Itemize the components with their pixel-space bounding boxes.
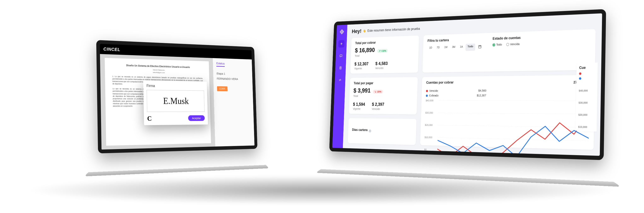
estado-title: Estado de cuentas bbox=[493, 36, 521, 41]
delta-badge: ↘ -20% bbox=[373, 90, 383, 94]
cue-ytick: $40,000 bbox=[579, 89, 595, 92]
ytick: $30,000 bbox=[425, 111, 433, 114]
screen-cincel: CINCEL Diseño Un Sistema de Efectivo Ele… bbox=[96, 40, 258, 153]
greeting: Hey! bbox=[352, 28, 362, 35]
document-icon[interactable] bbox=[337, 64, 344, 72]
accept-button[interactable]: Aceptar bbox=[188, 115, 204, 121]
card-dias-cartera: Días cartera i bbox=[348, 118, 416, 145]
total-pagar-value: $ 3,991 bbox=[354, 87, 371, 94]
dot-vencido-icon bbox=[426, 90, 428, 92]
info-icon[interactable]: i bbox=[369, 130, 371, 132]
chip-7d[interactable]: 7D bbox=[435, 45, 442, 52]
chip-1d[interactable]: 1D bbox=[427, 45, 434, 52]
ytick: $10,000 bbox=[424, 136, 432, 139]
chart-canvas bbox=[437, 100, 589, 156]
legend-cobrado-value: $12,307 bbox=[477, 94, 486, 97]
delta-badge: ↗ +10% bbox=[377, 49, 388, 53]
chip-1m[interactable]: 1M bbox=[442, 44, 450, 52]
cue-ytick: $30,000 bbox=[578, 101, 594, 104]
dot-icon bbox=[579, 77, 581, 80]
card-cuentas-cobrar: Cuentas por cobrar 27 facturas Vencido $… bbox=[420, 75, 595, 150]
vigente-label: Vigente bbox=[354, 67, 368, 70]
radio-todo[interactable]: Todo bbox=[492, 43, 502, 47]
legend-vencido-value: $4,583 bbox=[478, 89, 486, 92]
stage-label: Etapa 1 bbox=[216, 72, 249, 76]
laptop-cincel: CINCEL Diseño Un Sistema de Efectivo Ele… bbox=[96, 40, 258, 179]
cue-title: Cue bbox=[579, 66, 586, 70]
calendar-icon[interactable] bbox=[476, 43, 484, 51]
vigente-value: $ 1,594 bbox=[353, 102, 365, 107]
svg-rect-2 bbox=[478, 45, 481, 48]
message-icon[interactable] bbox=[338, 52, 344, 60]
dias-title: Días cartera bbox=[352, 128, 368, 132]
greeting-note: Este resumen tiene información de prueba bbox=[367, 27, 420, 33]
screen-dashboard: Hey! 👋 Este resumen tiene información de… bbox=[329, 9, 606, 160]
chip-1a[interactable]: 1A bbox=[458, 44, 465, 51]
card-total-cobrar: Total por cobrar $ 16,890 ↗ +10% Total $… bbox=[350, 36, 419, 74]
svg-rect-0 bbox=[340, 55, 342, 57]
cxc-title: Cuentas por cobrar bbox=[426, 81, 454, 85]
total-cobrar-value: $ 16,890 bbox=[355, 46, 375, 54]
cincel-c-logo: C bbox=[147, 115, 152, 122]
filter-title: Filtra tu cartera bbox=[428, 37, 484, 43]
transfer-icon[interactable] bbox=[337, 76, 343, 84]
cobrar-button[interactable]: COBR bbox=[217, 86, 228, 91]
card-total-pagar: Total por pagar $ 3,991 ↘ -20% Total $ 1… bbox=[349, 77, 418, 114]
chip-todo[interactable]: Todo bbox=[466, 44, 476, 51]
signature-modal-title: Firma bbox=[146, 84, 204, 89]
radio-vencida[interactable]: Vencida bbox=[506, 42, 520, 46]
dashboard-main: Hey! 👋 Este resumen tiene información de… bbox=[343, 13, 602, 156]
card-filter: Filtra tu cartera 1D 7D 1M 3M 1A Todo bbox=[422, 29, 596, 73]
ytick: $40,000 bbox=[426, 99, 434, 102]
card-title: Total por pagar bbox=[354, 81, 414, 85]
card-title: Total por cobrar bbox=[355, 39, 415, 45]
tab-estatus[interactable]: Estatus bbox=[216, 62, 225, 67]
cue-ytick: $10,000 bbox=[578, 125, 594, 129]
app-logo-icon bbox=[339, 28, 345, 36]
ytick: $20,000 bbox=[425, 123, 432, 126]
vencido-value: $ 4,583 bbox=[375, 61, 388, 66]
cincel-brand: CINCEL bbox=[103, 47, 120, 53]
vencido-label: Vencido bbox=[372, 107, 384, 110]
laptop-base bbox=[84, 165, 269, 176]
legend-vencido: Vencido bbox=[429, 89, 438, 92]
signature-canvas[interactable]: E.Musk bbox=[146, 90, 204, 112]
signer-name: FERNANDO VERA bbox=[217, 77, 249, 81]
ytick: $0 bbox=[424, 148, 426, 151]
vencido-label: Vencido bbox=[375, 66, 388, 70]
add-button[interactable] bbox=[338, 40, 344, 48]
laptop-dashboard: Hey! 👋 Este resumen tiene información de… bbox=[328, 9, 606, 189]
status-panel: Estatus Etapa 1 FERNANDO VERA COBR bbox=[213, 58, 254, 147]
chip-3m[interactable]: 3M bbox=[450, 44, 458, 51]
signature-modal: Firma E.Musk C Aceptar bbox=[143, 80, 208, 125]
vigente-label: Vigente bbox=[353, 107, 365, 110]
dot-cobrado-icon bbox=[426, 95, 428, 97]
vigente-value: $ 12,307 bbox=[354, 61, 368, 67]
wave-icon: 👋 bbox=[363, 29, 366, 33]
vencido-value: $ 2,397 bbox=[372, 102, 384, 107]
legend-cobrado: Cobrado bbox=[429, 94, 438, 97]
cue-ytick: $20,000 bbox=[578, 113, 594, 117]
line-chart: $40,000 $30,000 $20,000 $10,000 $0 bbox=[424, 100, 590, 154]
card-cue-partial: Cue $40,000 $30,000 $20,000 $10,000 bbox=[575, 62, 598, 131]
total-label: Total bbox=[353, 94, 413, 97]
signature-value: E.Musk bbox=[163, 96, 189, 106]
dot-icon bbox=[579, 72, 581, 75]
